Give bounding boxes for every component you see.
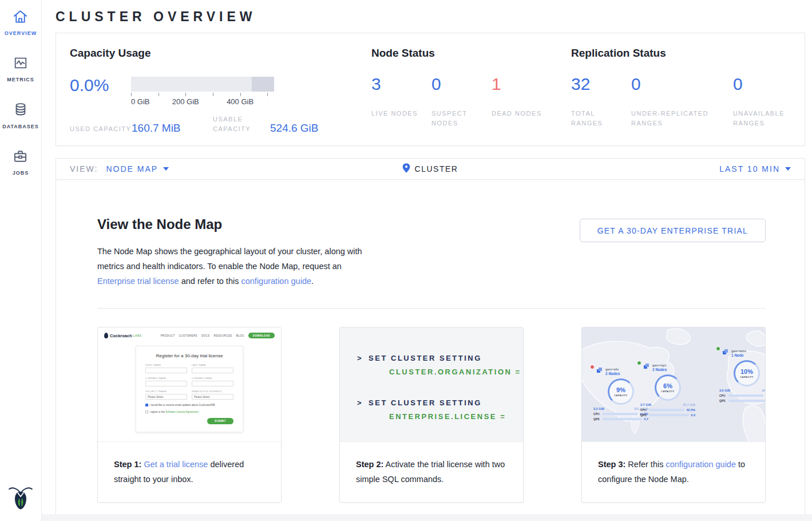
capacity-percent: 9%	[616, 386, 625, 393]
field-label: LAST NAME	[192, 364, 233, 366]
enterprise-trial-license-link[interactable]: Enterprise trial license	[97, 277, 179, 286]
brand-name: Cockroach	[110, 333, 132, 338]
sidebar-item-label: JOBS	[13, 170, 29, 176]
node-map-preview: geo=sfo 2 Nodes 9% CAPACITY 3.2 GiB351.0…	[582, 327, 765, 442]
step-number: Step 1:	[114, 460, 141, 469]
step3-caption: Step 3: Refer this configuration guide t…	[582, 442, 765, 487]
configuration-guide-link[interactable]: configuration guide	[241, 277, 311, 286]
locality-breadcrumb[interactable]: CLUSTER	[403, 163, 458, 175]
capacity-bar	[131, 77, 274, 92]
live-nodes-label: LIVE NODES	[371, 109, 423, 119]
nav-resources: RESOURCES	[214, 334, 232, 337]
node-map-heading: View the Node Map	[97, 216, 362, 232]
capacity-donut: 10% CAPACITY	[734, 360, 760, 386]
dead-nodes-label: DEAD NODES	[492, 109, 543, 119]
sql-commands-illustration: >SET CLUSTER SETTING CLUSTER.ORGANIZATIO…	[340, 327, 523, 442]
field-select: Please Select	[192, 394, 233, 400]
under-replicated-ranges-stat: 0 UNDER-REPLICATED RANGES	[631, 74, 733, 128]
sql-setting: ENTERPRISE.LICENSE =	[357, 410, 523, 424]
step1-caption: Step 1: Get a trial license delivered st…	[98, 442, 281, 487]
field-label: COMPANY EMAIL	[192, 377, 233, 380]
used-capacity-label: USED CAPACITY	[70, 124, 132, 134]
locality-node-count: 1 Node	[731, 353, 746, 357]
capacity-percent: 6%	[663, 382, 672, 389]
step-number: Step 2:	[356, 460, 383, 469]
form-title: Register for a 30-day trial license	[145, 353, 233, 358]
qps-value: 0.0	[691, 413, 695, 417]
sidebar-item-databases[interactable]: DATABASES	[2, 102, 39, 129]
locality-name: geo=nyc	[652, 364, 667, 367]
nodes-icon	[723, 349, 729, 356]
step3-card: geo=sfo 2 Nodes 9% CAPACITY 3.2 GiB351.0…	[581, 327, 766, 503]
sidebar-item-label: METRICS	[7, 77, 34, 82]
node-map-locality-ams: geo=ams 1 Node 10% CAPACITY 3.6 GiB36.4 …	[719, 349, 765, 402]
capacity-donut: 6% CAPACITY	[655, 374, 681, 401]
view-dropdown[interactable]: NODE MAP	[106, 164, 169, 173]
description-line: .	[311, 277, 314, 286]
sidebar-item-metrics[interactable]: METRICS	[7, 56, 34, 82]
total-ranges-value: 32	[571, 74, 631, 94]
usable-capacity-label: USABLE CAPACITY	[213, 115, 270, 134]
nav-blog: BLOG	[236, 334, 244, 337]
capacity-usable: 36.4 GiB	[762, 389, 765, 392]
used-capacity-value: 160.7 MiB	[132, 123, 213, 134]
cockroachdb-logo-icon	[7, 482, 34, 514]
cpu-bar	[728, 394, 763, 397]
field-input	[145, 381, 187, 386]
sql-prompt: >	[357, 398, 363, 407]
checkbox-label: I would like to receive email updates ab…	[150, 404, 216, 406]
sql-setting: CLUSTER.ORGANIZATION =	[357, 365, 523, 379]
suspect-nodes-label: SUSPECT NODES	[431, 109, 483, 128]
sidebar-item-jobs[interactable]: JOBS	[13, 149, 29, 176]
live-nodes-value: 3	[371, 74, 431, 94]
sql-statement: SET CLUSTER SETTING	[369, 398, 482, 407]
capacity-axis-ticks	[131, 92, 274, 97]
main-content: CLUSTER OVERVIEW Capacity Usage 0.0%	[42, 0, 812, 521]
sidebar-item-overview[interactable]: OVERVIEW	[5, 9, 37, 36]
locality-name: geo=ams	[731, 349, 746, 353]
qps-label: QPS	[719, 399, 727, 402]
dead-nodes-value: 1	[492, 74, 554, 94]
nodes-icon	[644, 364, 650, 370]
step2-card: >SET CLUSTER SETTING CLUSTER.ORGANIZATIO…	[339, 327, 524, 503]
locality-node-count: 2 Nodes	[652, 368, 667, 372]
step-text: Refer this	[625, 460, 666, 469]
usable-capacity-value: 524.6 GiB	[270, 123, 319, 134]
step-number: Step 3:	[598, 460, 625, 469]
configuration-guide-link[interactable]: configuration guide	[666, 460, 736, 469]
get-enterprise-trial-button[interactable]: GET A 30-DAY ENTERPRISE TRIAL	[580, 219, 766, 242]
capacity-donut: 9% CAPACITY	[608, 378, 634, 405]
time-range-value: LAST 10 MIN	[719, 164, 780, 173]
submit-button: SUBMIT	[207, 418, 233, 424]
node-map-locality-nyc: geo=nyc 2 Nodes 6% CAPACITY 3.7 GiB43.7 …	[640, 364, 695, 417]
site-nav: PRODUCT CUSTOMERS DOCS RESOURCES BLOG DO…	[157, 333, 275, 338]
locality-node-count: 2 Nodes	[605, 372, 620, 376]
total-ranges-stat: 32 TOTAL RANGES	[571, 74, 631, 128]
axis-label: 0 GiB	[131, 97, 150, 106]
cockroach-labs-logo: Cockroach LABS	[104, 333, 142, 338]
capacity-label: CAPACITY	[661, 390, 674, 393]
cpu-bar	[649, 409, 684, 411]
nav-docs: DOCS	[201, 334, 210, 337]
nav-product: PRODUCT	[161, 334, 175, 337]
node-status-title: Node Status	[371, 47, 571, 60]
unavailable-ranges-label: UNAVAILABLE RANGES	[733, 109, 796, 128]
chevron-down-icon	[163, 167, 169, 171]
status-dot	[590, 365, 595, 369]
field-input	[145, 368, 187, 373]
suspect-nodes-stat: 0 SUSPECT NODES	[431, 74, 492, 128]
get-trial-license-link[interactable]: Get a trial license	[144, 460, 208, 469]
sql-prompt: >	[357, 354, 363, 362]
step1-card: Cockroach LABS PRODUCT CUSTOMERS DOCS RE…	[97, 327, 282, 503]
capacity-used-percent: 0.0%	[70, 77, 131, 106]
jobs-icon	[13, 149, 28, 166]
capacity-usage-section: Capacity Usage 0.0%	[70, 47, 371, 145]
description-line: The Node Map shows the geographical layo…	[97, 247, 362, 256]
sidebar: OVERVIEW METRICS DATABASES	[0, 0, 42, 521]
sql-statement: SET CLUSTER SETTING	[369, 354, 482, 362]
capacity-label: CAPACITY	[614, 394, 627, 397]
node-map-description: The Node Map shows the geographical layo…	[97, 244, 362, 289]
time-range-dropdown[interactable]: LAST 10 MIN	[719, 164, 805, 173]
view-label: VIEW:	[70, 164, 98, 173]
checkbox-icon	[145, 411, 148, 413]
